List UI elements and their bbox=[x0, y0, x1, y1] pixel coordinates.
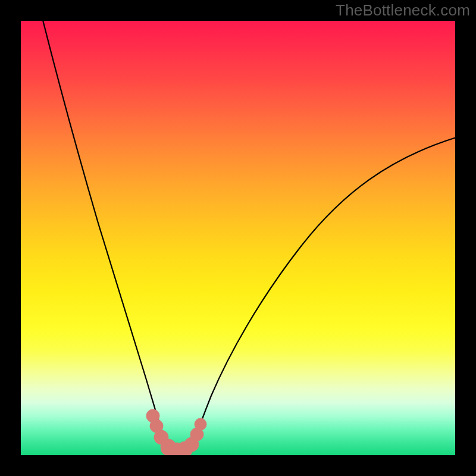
chart-container: TheBottleneck.com bbox=[0, 0, 476, 476]
valley-marker bbox=[195, 418, 206, 430]
bottleneck-curve-left bbox=[42, 21, 170, 455]
curve-layer bbox=[21, 21, 455, 455]
bottleneck-curve-right bbox=[189, 137, 455, 455]
valley-marker-floor bbox=[161, 443, 192, 455]
watermark-text: TheBottleneck.com bbox=[336, 1, 470, 20]
valley-marker-cluster bbox=[146, 409, 206, 455]
plot-area bbox=[21, 21, 455, 455]
